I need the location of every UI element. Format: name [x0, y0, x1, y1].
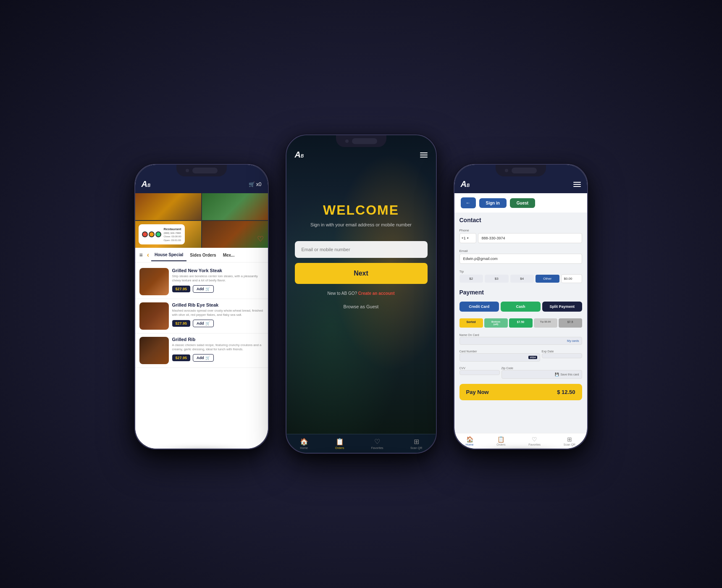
tip-section: Tip $2 $3 $4 Other $0.00	[459, 270, 582, 283]
card-number-row: Card Number VISA Exp Date	[459, 350, 582, 362]
menu-item-2: Grilled Rib A classic chicken salad reci…	[135, 333, 268, 368]
menu-item-desc-0: Strip steaks are boneless center loin st…	[172, 274, 264, 283]
phone-menu: AB 🛒 x0	[134, 164, 269, 449]
cvv-input[interactable]	[459, 370, 500, 375]
menu-item-1: Grilled Rib Eye Steak Mashed avocado spr…	[135, 299, 268, 333]
ribsteak-image	[139, 302, 169, 330]
email-input[interactable]	[459, 254, 582, 264]
card-tip-amount[interactable]: $7.50	[509, 318, 533, 328]
email-mobile-input[interactable]	[295, 241, 428, 258]
phone-notch-1	[176, 165, 227, 176]
contact-section-title: Contact	[459, 217, 582, 223]
phone-notch-3	[496, 165, 546, 176]
cvv-zip-row: CVV Zip Code 💾 Save this card	[459, 367, 582, 379]
phone-form-group: Phone +1 ▼	[459, 228, 582, 243]
phone1-shadow	[148, 449, 255, 449]
menu-item-name-2: Grilled Rib	[172, 337, 264, 342]
menu-item-actions-2: $27.95 Add 🛒	[172, 354, 264, 362]
back-button[interactable]: ←	[461, 197, 476, 208]
price-0: $27.95	[172, 286, 191, 292]
pay-now-button[interactable]: Pay Now $ 12.50	[459, 384, 582, 400]
phone3-screen: AB ← Sign in Guest Contact Phone	[454, 165, 587, 449]
welcome-title: WELCOME	[295, 202, 428, 218]
tip-2-btn[interactable]: $2	[459, 275, 483, 283]
next-button[interactable]: Next	[295, 263, 428, 284]
welcome-subtitle: Sign in with your email address or mobil…	[295, 221, 428, 228]
phone-number-input[interactable]	[478, 233, 582, 243]
phone2-shadow	[301, 453, 421, 454]
phone-notch-2	[336, 135, 386, 147]
menu-item-actions-1: $27.95 Add 🛒	[172, 320, 264, 327]
payment-section-title: Payment	[459, 289, 582, 296]
phones-container: AB 🛒 x0	[118, 109, 605, 479]
phone2-screen: AB WELCOME Sign in with your email addre…	[286, 135, 436, 453]
restaurant-hero: Restaurant (888) 300-7888 Close: 03:00:0…	[135, 193, 268, 248]
phone2-logo: AB	[295, 150, 304, 160]
p3-nav-favorites[interactable]: ♡ Favorites	[528, 436, 541, 446]
p3-nav-orders[interactable]: 📋 Orders	[496, 436, 505, 446]
hamburger-menu[interactable]	[420, 152, 428, 158]
country-code[interactable]: +1 ▼	[459, 233, 476, 243]
exp-date-input[interactable]	[542, 353, 582, 358]
card-partial[interactable]: $7.5	[559, 318, 582, 328]
email-form-group: Email	[459, 249, 582, 264]
phone3-bottom-nav: 🏠 Home 📋 Orders ♡ Favorites ⊞ Scan QR	[454, 433, 587, 449]
rib-image	[139, 337, 169, 364]
phone-welcome: AB WELCOME Sign in with your email addre…	[286, 134, 437, 454]
menu-item-name-0: Grilled New York Steak	[172, 268, 264, 273]
guest-button[interactable]: Guest	[510, 198, 535, 208]
welcome-text-section: WELCOME Sign in with your email address …	[295, 202, 428, 228]
my-cards-link[interactable]: My cards	[567, 339, 579, 342]
price-2: $27.95	[172, 354, 191, 361]
zip-code-input[interactable]: 💾 Save this card	[501, 370, 582, 379]
menu-item-desc-1: Mashed avocado spread over crusty whole-…	[172, 309, 264, 317]
card-bottom-off[interactable]: Bottom(off)	[484, 318, 508, 328]
card-tip-zero[interactable]: Tip $0.00	[534, 318, 557, 328]
p3-qr-icon: ⊞	[567, 436, 572, 443]
favorite-heart[interactable]: ♡	[257, 234, 264, 244]
p3-home-icon: 🏠	[466, 436, 473, 443]
phone-payment: AB ← Sign in Guest Contact Phone	[454, 164, 588, 449]
menu-item-0: Grilled New York Steak Strip steaks are …	[135, 265, 268, 299]
phone3-shadow	[467, 449, 574, 449]
cash-button[interactable]: Cash	[501, 302, 541, 312]
tab-house-special[interactable]: House Special	[151, 249, 186, 261]
add-btn-1[interactable]: Add 🛒	[193, 320, 214, 327]
tab-mex[interactable]: Mex...	[220, 249, 238, 261]
tip-4-btn[interactable]: $4	[510, 275, 534, 283]
credit-card-button[interactable]: Credit Card	[459, 302, 499, 312]
food-tile-2	[202, 193, 268, 220]
browse-guest-text[interactable]: Browse as Guest	[295, 304, 428, 309]
phone3-nav-header: ← Sign in Guest	[454, 193, 587, 213]
split-payment-button[interactable]: Split Payment	[542, 302, 582, 312]
card-number-input[interactable]: VISA	[459, 353, 540, 362]
p3-nav-scanqr[interactable]: ⊞ Scan QR	[564, 436, 575, 446]
menu-item-actions-0: $27.95 Add 🛒	[172, 285, 264, 293]
phone2-content: WELCOME Sign in with your email address …	[286, 135, 436, 453]
save-card-label: Save this card	[560, 373, 579, 376]
new-account-text: New to AB GO? Create an account	[295, 291, 428, 296]
sign-in-button[interactable]: Sign in	[479, 198, 507, 208]
phone3-hamburger[interactable]	[573, 182, 581, 187]
add-btn-0[interactable]: Add 🛒	[193, 285, 214, 293]
payment-method-buttons: Credit Card Cash Split Payment	[459, 302, 582, 312]
menu-item-name-1: Grilled Rib Eye Steak	[172, 302, 264, 307]
tip-other-btn[interactable]: Other	[536, 275, 559, 283]
name-on-card-input[interactable]: My cards	[459, 337, 582, 345]
tab-sides-orders[interactable]: Sides Orders	[186, 249, 219, 261]
category-tabs: ≡ ‹ House Special Sides Orders Mex...	[135, 248, 268, 262]
phone1-screen: AB 🛒 x0	[135, 165, 268, 449]
create-account-link[interactable]: Create an account	[358, 291, 395, 296]
p3-nav-home[interactable]: 🏠 Home	[466, 436, 474, 446]
tip-amount-display: $0.00	[561, 274, 582, 283]
name-on-card-row: Name On Card My cards	[459, 333, 582, 345]
login-form: Next New to AB GO? Create an account Bro…	[295, 241, 428, 309]
card-sorted[interactable]: Sorted	[459, 318, 483, 328]
add-btn-2[interactable]: Add 🛒	[193, 354, 214, 362]
tip-3-btn[interactable]: $3	[485, 275, 509, 283]
grid-icon[interactable]: ≡	[137, 248, 145, 262]
menu-items-list: Grilled New York Steak Strip steaks are …	[135, 262, 268, 449]
cart-badge[interactable]: 🛒 x0	[249, 181, 262, 187]
card-options-row: Sorted Bottom(off) $7.50 Tip $0.00 $7.5	[459, 318, 582, 328]
back-arrow[interactable]: ‹	[145, 248, 151, 262]
